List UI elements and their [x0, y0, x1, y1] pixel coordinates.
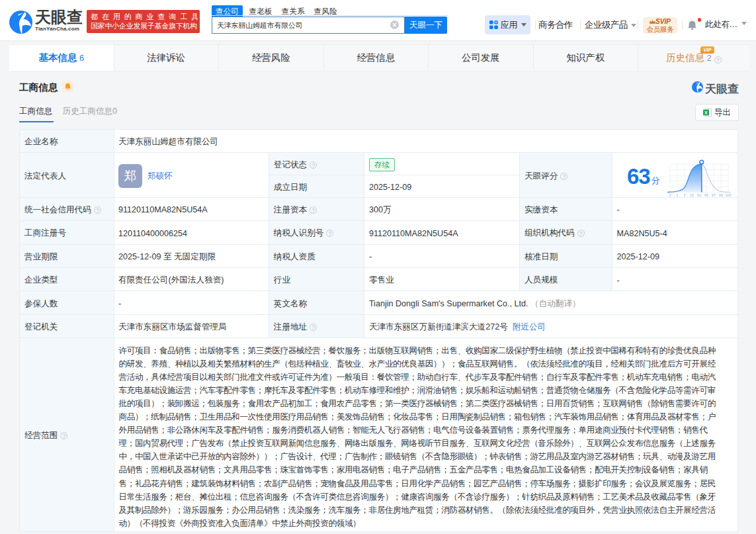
- svg-text:85: 85: [704, 193, 708, 197]
- svg-text:15: 15: [690, 193, 694, 197]
- svg-text:3: 3: [684, 193, 686, 197]
- svg-text:1: 1: [677, 193, 679, 197]
- svg-text:97: 97: [712, 193, 716, 197]
- svg-text:50: 50: [697, 193, 701, 197]
- svg-text:99: 99: [719, 193, 723, 197]
- svg-text:0: 0: [669, 193, 671, 197]
- svg-text:100: 100: [726, 193, 732, 197]
